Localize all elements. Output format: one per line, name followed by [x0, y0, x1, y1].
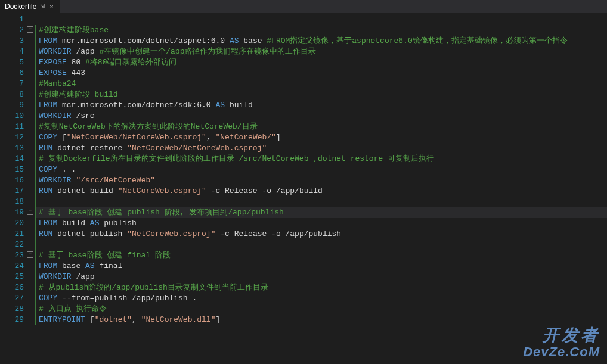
code-token: #创建构建阶段 build [39, 90, 118, 99]
code-line[interactable]: EXPOSE 443 [35, 68, 607, 79]
line-number: 16 [0, 175, 35, 186]
line-number: 7 [0, 79, 35, 89]
line-number: 9 [0, 100, 35, 111]
code-token: ENTRYPOINT [39, 315, 85, 324]
tab-dockerfile[interactable]: Dockerfile ⇲ × [0, 0, 60, 13]
code-line[interactable]: FROM build AS publish [35, 218, 607, 229]
code-line[interactable]: COPY ["NetCoreWeb/NetCoreWeb.csproj", "N… [35, 132, 607, 143]
code-line[interactable]: FROM mcr.microsoft.com/dotnet/sdk:6.0 AS… [35, 100, 607, 111]
code-line[interactable]: WORKDIR "/src/NetCoreWeb" [35, 175, 607, 186]
close-icon[interactable]: × [48, 3, 54, 10]
code-token: build [57, 219, 90, 228]
line-number: 5 [0, 57, 35, 68]
code-token: 443 [67, 69, 85, 77]
code-token: build [225, 101, 253, 110]
code-line[interactable] [35, 239, 607, 250]
line-number: 3 [0, 36, 35, 46]
code-token: "dotnet" [95, 315, 132, 324]
code-line[interactable]: RUN dotnet restore "NetCoreWeb/NetCoreWe… [35, 143, 607, 154]
code-line[interactable]: # 入口点 执行命令 [35, 304, 607, 315]
code-token: AS [230, 36, 239, 45]
code-token: COPY [39, 165, 57, 174]
line-number: 4 [0, 46, 35, 57]
line-number: 29 [0, 315, 35, 325]
code-token: dotnet publish [52, 229, 127, 238]
line-number: 23− [0, 250, 35, 261]
code-token: ] [215, 315, 220, 324]
code-line[interactable]: # 基于 base阶段 创建 final 阶段 [35, 250, 607, 261]
code-token: #Mamba24 [39, 79, 76, 88]
gutter: 12−345678910111213141516171819−20212223−… [0, 13, 35, 364]
code-line[interactable]: FROM base AS final [35, 261, 607, 272]
code-token: /app [72, 47, 100, 56]
code-token: "NetCoreWeb.csproj" [127, 229, 215, 238]
code-token: dotnet build [52, 186, 117, 195]
code-line[interactable]: ENTRYPOINT ["dotnet", "NetCoreWeb.dll"] [35, 315, 607, 325]
line-number: 21 [0, 229, 35, 239]
code-line[interactable] [35, 197, 607, 207]
code-token: -c Release -o /app/publish [215, 229, 341, 238]
code-token: "/src/NetCoreWeb" [76, 176, 155, 185]
line-number: 22 [0, 239, 35, 250]
code-token: RUN [39, 144, 52, 153]
code-token: #复制NetCoreWeb下的解决方案到此阶段的NetCoreWeb/目录 [39, 122, 258, 131]
code-token: #将80端口暴露给外部访问 [85, 58, 176, 67]
code-line[interactable]: RUN dotnet publish "NetCoreWeb.csproj" -… [35, 229, 607, 239]
code-token: --from=publish /app/publish . [57, 294, 197, 303]
code-line[interactable]: RUN dotnet build "NetCoreWeb.csproj" -c … [35, 186, 607, 197]
code-line[interactable]: #创建构建阶段 build [35, 89, 607, 100]
tab-title: Dockerfile [5, 2, 36, 11]
fold-marker-icon[interactable]: − [27, 251, 33, 258]
pin-icon[interactable]: ⇲ [40, 3, 45, 10]
fold-marker-icon[interactable]: − [27, 209, 33, 215]
code-line[interactable]: #Mamba24 [35, 79, 607, 89]
code-token: publish [99, 219, 136, 228]
code-line[interactable]: # 复制Dockerfile所在目录的文件到此阶段的工作目录 /src/NetC… [35, 154, 607, 164]
code-token: /app [72, 272, 95, 281]
code-token: WORKDIR [39, 272, 72, 281]
code-line[interactable]: COPY . . [35, 164, 607, 175]
code-line[interactable]: # 基于 base阶段 创建 publish 阶段, 发布项目到/app/pub… [35, 207, 607, 218]
code-token: -c Release -o /app/build [206, 186, 323, 195]
line-number: 13 [0, 143, 35, 154]
line-number: 11 [0, 122, 35, 132]
line-number: 27 [0, 293, 35, 304]
code-token: # 入口点 执行命令 [39, 304, 107, 313]
watermark-line2: DevZe.CoM [523, 345, 600, 359]
code-token: "NetCoreWeb.csproj" [118, 186, 206, 195]
code-line[interactable]: EXPOSE 80 #将80端口暴露给外部访问 [35, 57, 607, 68]
code-token: WORKDIR [39, 47, 72, 56]
code-line[interactable] [35, 14, 607, 25]
code-token: AS [85, 262, 95, 270]
code-token: FROM [39, 36, 57, 45]
code-token: # 从publish阶段的/app/publish目录复制文件到当前工作目录 [39, 283, 268, 292]
line-number: 2− [0, 25, 35, 36]
code-token: dotnet restore [52, 144, 127, 153]
code-token: #在镜像中创建一个/app路径作为我们程序在镜像中的工作目录 [99, 47, 316, 56]
code-token: # 复制Dockerfile所在目录的文件到此阶段的工作目录 /src/NetC… [39, 154, 434, 163]
code-token: mcr.microsoft.com/dotnet/sdk:6.0 [57, 101, 215, 110]
line-number: 20 [0, 218, 35, 229]
code-line[interactable]: # 从publish阶段的/app/publish目录复制文件到当前工作目录 [35, 282, 607, 293]
code-token: ] [276, 133, 281, 142]
code-line[interactable]: #复制NetCoreWeb下的解决方案到此阶段的NetCoreWeb/目录 [35, 122, 607, 132]
code-token: base [57, 262, 85, 270]
code-token: mcr.microsoft.com/dotnet/aspnet:6.0 [57, 36, 230, 45]
code-line[interactable]: COPY --from=publish /app/publish . [35, 293, 607, 304]
code-line[interactable]: WORKDIR /app #在镜像中创建一个/app路径作为我们程序在镜像中的工… [35, 46, 607, 57]
fold-marker-icon[interactable]: − [27, 26, 33, 33]
code-line[interactable]: WORKDIR /app [35, 272, 607, 282]
code-area[interactable]: #创建构建阶段baseFROM mcr.microsoft.com/dotnet… [35, 13, 607, 364]
code-token: AS [90, 219, 100, 228]
code-line[interactable]: #创建构建阶段base [35, 25, 607, 36]
code-token: # 基于 base阶段 创建 final 阶段 [39, 251, 171, 260]
code-editor[interactable]: 12−345678910111213141516171819−20212223−… [0, 13, 607, 364]
code-token: "NetCoreWeb.dll" [141, 315, 216, 324]
code-token: [ [57, 133, 67, 142]
line-number: 28 [0, 304, 35, 315]
code-token: 80 [67, 58, 85, 67]
line-number: 18 [0, 197, 35, 207]
line-number: 19− [0, 207, 35, 218]
code-line[interactable]: FROM mcr.microsoft.com/dotnet/aspnet:6.0… [35, 36, 607, 46]
code-line[interactable]: WORKDIR /src [35, 111, 607, 122]
